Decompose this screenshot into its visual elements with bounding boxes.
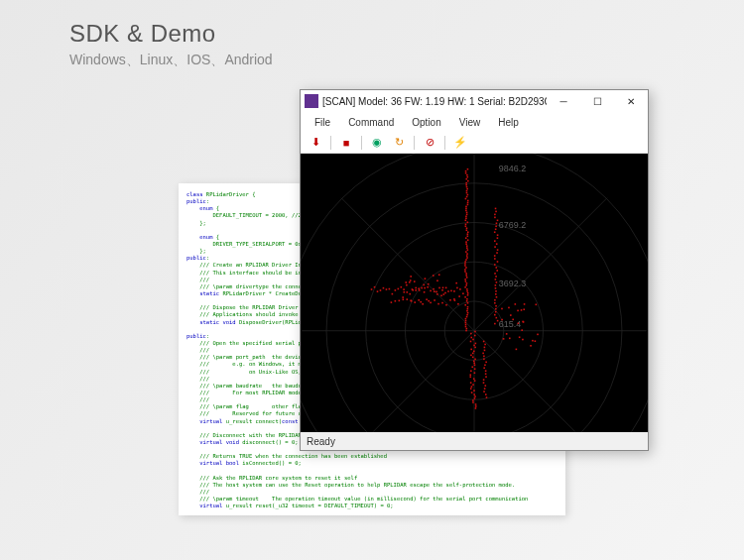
svg-rect-272 [508, 307, 510, 309]
svg-rect-46 [465, 241, 467, 243]
svg-rect-22 [467, 194, 469, 196]
svg-rect-103 [494, 240, 496, 242]
stop-icon[interactable]: ■ [337, 134, 355, 152]
svg-rect-131 [494, 323, 496, 325]
svg-rect-284 [518, 322, 520, 324]
svg-rect-60 [464, 269, 466, 271]
svg-rect-285 [537, 334, 539, 336]
svg-rect-74 [464, 296, 466, 298]
menu-option[interactable]: Option [404, 115, 448, 130]
svg-rect-92 [495, 208, 497, 210]
svg-rect-115 [495, 276, 497, 278]
svg-rect-73 [467, 294, 469, 296]
svg-rect-217 [444, 292, 446, 294]
svg-rect-247 [410, 276, 412, 278]
svg-rect-271 [455, 282, 457, 284]
svg-rect-287 [521, 309, 523, 311]
statusbar: Ready [301, 432, 648, 450]
svg-rect-124 [494, 302, 496, 304]
svg-rect-152 [470, 370, 472, 372]
svg-rect-196 [383, 287, 385, 289]
svg-rect-146 [474, 359, 476, 361]
svg-rect-215 [438, 287, 440, 289]
svg-rect-267 [428, 300, 430, 302]
svg-rect-268 [440, 294, 442, 296]
svg-rect-123 [494, 299, 496, 301]
svg-rect-80 [467, 308, 469, 310]
svg-rect-170 [475, 405, 477, 407]
lightning-icon[interactable]: ⚡ [451, 134, 469, 152]
svg-rect-137 [470, 341, 472, 343]
record-icon[interactable]: ◉ [368, 134, 386, 152]
svg-rect-55 [465, 259, 467, 261]
svg-rect-201 [398, 288, 400, 290]
maximize-button[interactable]: ☐ [580, 90, 614, 112]
separator [444, 136, 445, 150]
svg-rect-257 [438, 274, 440, 276]
svg-rect-259 [425, 278, 427, 280]
svg-rect-56 [464, 261, 466, 263]
svg-rect-117 [496, 281, 498, 283]
svg-rect-295 [521, 329, 523, 331]
svg-rect-235 [434, 299, 435, 301]
svg-rect-244 [419, 289, 421, 291]
refresh-icon[interactable]: ↻ [390, 134, 408, 152]
svg-rect-180 [484, 364, 486, 366]
svg-rect-130 [497, 320, 499, 322]
svg-rect-18 [466, 186, 468, 188]
svg-rect-144 [470, 355, 472, 357]
svg-rect-238 [445, 304, 447, 306]
svg-rect-30 [465, 210, 467, 212]
svg-rect-63 [465, 275, 467, 277]
minimize-button[interactable]: ─ [547, 90, 580, 112]
svg-rect-138 [475, 343, 477, 345]
svg-rect-274 [509, 338, 511, 340]
svg-rect-148 [473, 363, 475, 365]
svg-rect-263 [411, 300, 413, 302]
svg-rect-255 [433, 275, 434, 277]
svg-rect-82 [467, 312, 469, 314]
svg-rect-186 [483, 382, 485, 384]
svg-rect-163 [471, 392, 473, 393]
app-icon [305, 94, 318, 108]
download-icon[interactable]: ⬇ [307, 134, 324, 152]
svg-rect-158 [470, 382, 472, 384]
svg-rect-71 [466, 290, 468, 292]
menu-view[interactable]: View [451, 115, 489, 130]
svg-rect-179 [485, 362, 487, 364]
svg-rect-226 [399, 300, 401, 302]
svg-rect-114 [494, 273, 496, 275]
svg-rect-112 [496, 267, 498, 269]
svg-rect-252 [402, 296, 404, 298]
svg-rect-13 [467, 176, 469, 178]
svg-rect-77 [467, 302, 469, 304]
svg-rect-37 [465, 223, 467, 225]
svg-rect-171 [475, 407, 477, 409]
svg-rect-221 [456, 287, 458, 289]
svg-rect-246 [403, 288, 405, 290]
close-button[interactable]: ✕ [614, 90, 648, 112]
menu-command[interactable]: Command [340, 115, 402, 130]
svg-rect-277 [510, 314, 512, 316]
svg-rect-219 [450, 290, 452, 292]
radar-view[interactable]: 9846.2 6769.2 3692.3 615.4 [301, 154, 648, 432]
menu-help[interactable]: Help [490, 115, 527, 130]
svg-rect-254 [458, 295, 460, 297]
svg-rect-33 [465, 216, 467, 218]
svg-rect-83 [466, 314, 468, 316]
svg-rect-227 [403, 298, 405, 300]
svg-rect-199 [392, 293, 394, 295]
svg-rect-90 [466, 328, 468, 330]
svg-rect-157 [474, 380, 476, 382]
svg-rect-31 [466, 212, 468, 214]
svg-rect-15 [467, 180, 469, 182]
svg-rect-291 [524, 303, 526, 305]
svg-rect-166 [474, 397, 476, 399]
svg-rect-174 [484, 347, 486, 349]
cancel-icon[interactable]: ⊘ [421, 134, 438, 152]
svg-rect-28 [465, 206, 467, 208]
menubar: File Command Option View Help [301, 112, 648, 132]
svg-rect-258 [415, 289, 417, 291]
menu-file[interactable]: File [307, 115, 338, 130]
svg-rect-151 [474, 368, 476, 370]
